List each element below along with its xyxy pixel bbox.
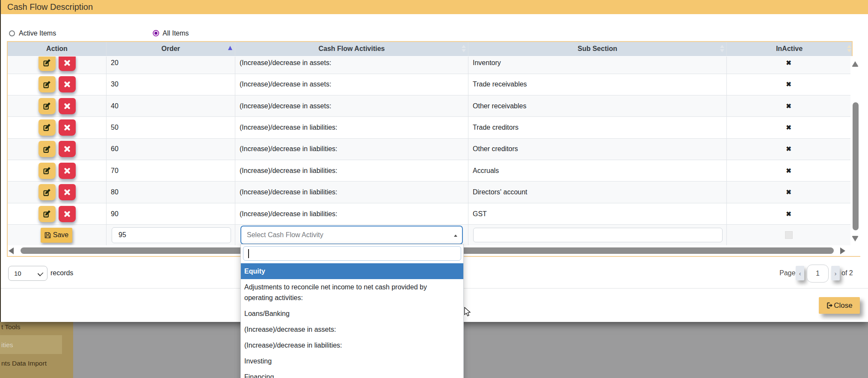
table-row: 70 (Increase)/decrease in liabilities: A…: [8, 160, 850, 182]
row-inactive-cell: ✖: [727, 74, 850, 95]
subsection-input[interactable]: [473, 228, 723, 242]
row-inactive-cell: ✖: [727, 57, 850, 74]
close-button[interactable]: Close: [819, 297, 860, 314]
dropdown-options-list: EquityAdjustments to reconcile net incom…: [241, 263, 463, 378]
delete-button[interactable]: [59, 119, 76, 136]
records-per-page-select[interactable]: 10: [8, 266, 47, 281]
horizontal-scroll-left-arrow[interactable]: [9, 247, 14, 254]
column-header-order[interactable]: Order: [107, 42, 235, 56]
row-subsection-cell: Trade receivables: [468, 74, 727, 95]
page-number-input[interactable]: [807, 265, 829, 283]
row-order-cell: 60: [107, 139, 235, 160]
modal-header: Cash Flow Description: [1, 0, 868, 14]
new-row-action-cell: Save: [8, 225, 107, 245]
dropdown-option[interactable]: Equity: [241, 263, 463, 279]
vertical-scrollbar-thumb[interactable]: [853, 102, 859, 230]
edit-pencil-icon: [42, 58, 51, 67]
dropdown-option[interactable]: (Increase)/decrease in assets:: [241, 321, 463, 337]
column-header-subsection[interactable]: Sub Section: [468, 42, 727, 56]
row-subsection-cell: Other receivables: [468, 95, 727, 116]
sidebar-item-data-import[interactable]: nts Data Import: [1, 360, 47, 367]
delete-button[interactable]: [59, 141, 76, 157]
row-action-cell: [8, 182, 107, 202]
dropdown-option[interactable]: (Increase)/decrease in liabilities:: [241, 337, 463, 353]
vertical-scroll-down-arrow[interactable]: [852, 236, 859, 241]
edit-button[interactable]: [39, 206, 56, 222]
row-activity-cell: (Increase)/decrease in assets:: [235, 95, 468, 116]
delete-button[interactable]: [59, 163, 76, 179]
column-header-activities[interactable]: Cash Flow Activities: [235, 42, 468, 56]
previous-page-button[interactable]: ‹: [796, 266, 804, 280]
column-header-inactive[interactable]: InActive: [727, 42, 852, 56]
row-activity-cell: (Increase)/decrease in liabilities:: [235, 160, 468, 181]
row-order-cell: 50: [107, 117, 235, 138]
row-inactive-cell: ✖: [727, 117, 850, 138]
delete-button[interactable]: [59, 57, 76, 71]
save-button[interactable]: Save: [41, 228, 72, 243]
cash-flow-activity-dropdown: EquityAdjustments to reconcile net incom…: [240, 244, 464, 378]
new-row-inactive-cell: [727, 225, 850, 245]
delete-button[interactable]: [59, 76, 76, 92]
dropdown-option[interactable]: Loans/Banking: [241, 306, 463, 321]
row-inactive-cell: ✖: [727, 139, 850, 160]
order-input[interactable]: [112, 227, 231, 243]
row-order-cell: 70: [107, 160, 235, 181]
table-row: 40 (Increase)/decrease in assets: Other …: [8, 95, 850, 117]
edit-button[interactable]: [39, 98, 56, 114]
table-row: 80 (Increase)/decrease in liabilities: D…: [8, 182, 850, 203]
row-inactive-cell: ✖: [727, 182, 850, 202]
table-row: 20 (Increase)/decrease in assets: Invent…: [8, 57, 850, 74]
next-page-button[interactable]: ›: [831, 266, 840, 280]
text-cursor: [248, 249, 249, 258]
dropdown-option[interactable]: Investing: [241, 353, 463, 369]
edit-button[interactable]: [39, 76, 56, 92]
column-header-activities-label: Cash Flow Activities: [319, 45, 385, 53]
row-activity-cell: (Increase)/decrease in liabilities:: [235, 182, 468, 202]
edit-button[interactable]: [39, 119, 56, 136]
edit-pencil-icon: [42, 123, 51, 132]
column-header-subsection-label: Sub Section: [578, 45, 617, 53]
edit-pencil-icon: [42, 166, 51, 175]
dropdown-option[interactable]: Adjustments to reconcile net income to n…: [241, 279, 463, 306]
sidebar-item-activities[interactable]: ities: [1, 341, 13, 349]
row-order-cell: 20: [107, 57, 235, 74]
edit-button[interactable]: [39, 57, 56, 71]
delete-button[interactable]: [59, 98, 76, 114]
delete-x-icon: [64, 146, 71, 152]
edit-pencil-icon: [42, 101, 51, 110]
row-activity-cell: (Increase)/decrease in assets:: [235, 57, 468, 74]
page-label: Page: [779, 269, 795, 277]
vertical-scroll-up-arrow[interactable]: [852, 61, 859, 67]
row-activity-cell: (Increase)/decrease in liabilities:: [235, 139, 468, 160]
delete-x-icon: [64, 189, 71, 196]
dropdown-search-input[interactable]: [243, 246, 461, 261]
all-items-label[interactable]: All Items: [163, 30, 189, 37]
row-action-cell: [8, 74, 107, 95]
row-order-cell: 40: [107, 95, 235, 116]
sign-out-icon: [826, 302, 833, 309]
sort-inactive-icon: [847, 45, 851, 52]
horizontal-scroll-right-arrow[interactable]: [840, 247, 845, 254]
caret-up-icon: [454, 235, 457, 237]
edit-pencil-icon: [42, 188, 51, 197]
edit-button[interactable]: [39, 141, 56, 157]
row-action-cell: [8, 57, 107, 74]
select-placeholder: Select Cash Flow Activity: [241, 231, 323, 239]
dropdown-option[interactable]: Financing: [241, 369, 463, 378]
edit-pencil-icon: [42, 80, 51, 89]
cash-flow-activity-select[interactable]: Select Cash Flow Activity: [240, 226, 463, 244]
delete-x-icon: [64, 124, 71, 131]
active-items-label[interactable]: Active Items: [19, 30, 56, 37]
delete-button[interactable]: [59, 184, 76, 200]
all-items-radio[interactable]: [153, 30, 159, 36]
edit-button[interactable]: [39, 184, 56, 200]
sidebar-item-tools[interactable]: t Tools: [1, 323, 21, 331]
inactive-checkbox[interactable]: [785, 231, 793, 239]
edit-button[interactable]: [39, 163, 56, 179]
column-header-action[interactable]: Action: [8, 42, 107, 56]
delete-button[interactable]: [59, 206, 76, 222]
row-inactive-cell: ✖: [727, 160, 850, 181]
delete-x-icon: [64, 167, 71, 174]
row-action-cell: [8, 203, 107, 224]
active-items-radio[interactable]: [9, 30, 15, 36]
